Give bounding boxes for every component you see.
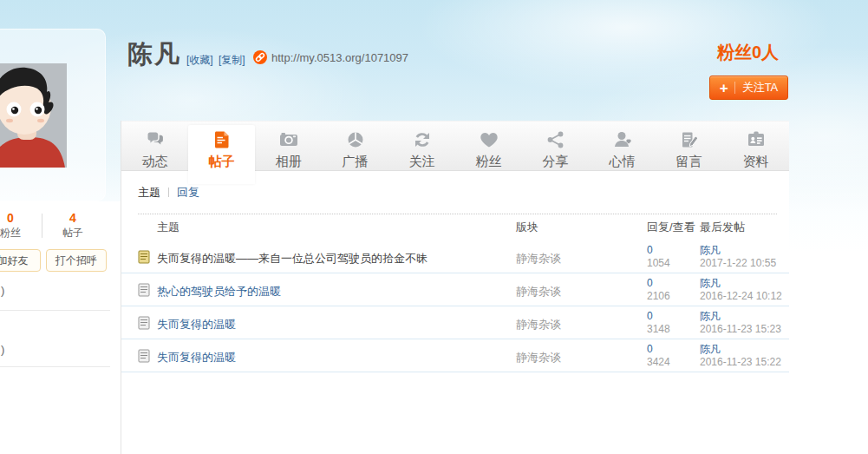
thread-title-link[interactable]: 失而复得的温暖 (157, 317, 236, 332)
fans-stat-label: 粉丝 (0, 226, 42, 240)
table-row: 失而复得的温暖——来自一位总公司驾驶员的拾金不昧 静海杂谈 0 1054 陈凡 … (121, 240, 789, 273)
profile-name: 陈凡 (127, 37, 181, 72)
thread-title-link[interactable]: 失而复得的温暖——来自一位总公司驾驶员的拾金不昧 (157, 251, 427, 266)
view-count: 2106 (647, 290, 670, 303)
table-header: 主题 版块 回复/查看 最后发帖 (121, 214, 789, 240)
forum-link[interactable]: 静海杂谈 (516, 350, 561, 365)
last-post-time: 2016-12-24 10:12 (700, 290, 782, 303)
link-chain-icon (253, 50, 267, 64)
favorite-link[interactable]: [收藏] (186, 53, 213, 68)
thread-title-link[interactable]: 热心的驾驶员给予的温暖 (157, 284, 281, 299)
tab-label: 心情 (589, 154, 656, 170)
last-post-cell: 陈凡 2016-11-23 15:23 (700, 310, 781, 336)
table-row: 失而复得的温暖 静海杂谈 0 3148 陈凡 2016-11-23 15:23 (121, 306, 789, 339)
write-message-icon (656, 129, 722, 154)
forum-link[interactable]: 静海杂谈 (516, 284, 561, 299)
reply-view-cell: 0 2106 (647, 277, 670, 303)
say-hi-button[interactable]: 打个招呼 (46, 249, 107, 272)
thread-list: 失而复得的温暖——来自一位总公司驾驶员的拾金不昧 静海杂谈 0 1054 陈凡 … (121, 240, 789, 372)
thread-document-icon (138, 349, 150, 363)
tab-label: 粉丝 (455, 154, 522, 170)
avatar (0, 63, 67, 168)
reply-view-cell: 0 3148 (647, 310, 670, 336)
profile-tabbar: 动态 帖子 相册 广播 (121, 121, 789, 171)
person-icon (589, 129, 656, 154)
thread-title-link[interactable]: 失而复得的温暖 (157, 350, 236, 365)
sidebar-truncated-text: ) (1, 284, 4, 297)
fans-stat[interactable]: 0 粉丝 (0, 211, 42, 240)
subnav-threads[interactable]: 主题 (138, 186, 160, 199)
last-post-time: 2016-11-23 15:22 (700, 356, 781, 369)
last-post-cell: 陈凡 2017-1-22 10:55 (700, 244, 776, 270)
last-poster-link[interactable]: 陈凡 (700, 244, 776, 257)
view-count: 3424 (647, 356, 670, 369)
reply-count: 0 (647, 244, 670, 257)
tab-label: 帖子 (188, 154, 255, 170)
thread-document-icon (138, 250, 150, 264)
heart-icon (455, 129, 522, 154)
last-poster-link[interactable]: 陈凡 (700, 310, 781, 323)
last-post-time: 2017-1-22 10:55 (700, 257, 776, 270)
tab-label: 动态 (121, 154, 188, 170)
view-count: 3148 (647, 323, 670, 336)
button-divider (734, 82, 735, 94)
posts-stat[interactable]: 4 帖子 (42, 211, 104, 240)
tab-dongtai[interactable]: 动态 (121, 122, 188, 172)
posts-stat-label: 帖子 (42, 226, 104, 240)
chat-bubbles-icon (121, 129, 188, 154)
sidebar-stats: 0 粉丝 4 帖子 (0, 211, 104, 240)
last-post-cell: 陈凡 2016-11-23 15:22 (700, 343, 781, 369)
posts-subnav: 主题回复 (138, 185, 199, 201)
sidebar-divider (0, 310, 110, 311)
tab-liuyan[interactable]: 留言 (656, 122, 722, 172)
tab-guanzhu[interactable]: 关注 (388, 122, 455, 172)
sidebar-truncated-text: ) (1, 343, 4, 356)
reply-count: 0 (647, 343, 670, 356)
follow-button[interactable]: + 关注TA (709, 76, 788, 100)
fans-count-label: 粉丝0人 (717, 41, 779, 64)
tab-guangbo[interactable]: 广播 (322, 122, 388, 172)
reply-view-cell: 0 3424 (647, 343, 670, 369)
tab-tiezi[interactable]: 帖子 (188, 125, 255, 184)
tab-label: 留言 (656, 154, 722, 170)
tab-label: 广播 (322, 154, 388, 170)
header-subject: 主题 (157, 214, 179, 240)
tab-label: 关注 (388, 154, 455, 170)
id-card-icon (722, 129, 789, 154)
subnav-divider (168, 188, 169, 197)
copy-link[interactable]: [复制] (219, 53, 245, 68)
view-count: 1054 (647, 257, 670, 270)
thread-document-icon (138, 283, 150, 297)
last-poster-link[interactable]: 陈凡 (700, 277, 782, 290)
posts-stat-value: 4 (42, 211, 104, 225)
fans-stat-value: 0 (0, 211, 42, 225)
refresh-arrows-icon (388, 129, 455, 154)
tab-label: 相册 (255, 154, 322, 170)
header-last-post: 最后发帖 (700, 214, 745, 240)
posts-content: 主题回复 主题 版块 回复/查看 最后发帖 失而复得的温暖——来自一位总公司驾驶… (121, 171, 789, 454)
tab-label: 资料 (722, 154, 789, 170)
last-post-time: 2016-11-23 15:23 (700, 323, 781, 336)
last-poster-link[interactable]: 陈凡 (700, 343, 781, 356)
tab-fenxiang[interactable]: 分享 (522, 122, 589, 172)
tab-ziliao[interactable]: 资料 (722, 122, 789, 172)
tab-fensi[interactable]: 粉丝 (455, 122, 522, 172)
thread-document-icon (138, 316, 150, 330)
reply-count: 0 (647, 277, 670, 290)
reply-count: 0 (647, 310, 670, 323)
forum-link[interactable]: 静海杂谈 (516, 317, 561, 332)
subnav-replies[interactable]: 回复 (177, 186, 199, 199)
forum-link[interactable]: 静海杂谈 (516, 251, 561, 266)
tab-label: 分享 (522, 154, 589, 170)
stats-divider (42, 214, 42, 238)
table-row: 热心的驾驶员给予的温暖 静海杂谈 0 2106 陈凡 2016-12-24 10… (121, 273, 789, 306)
tab-xiangce[interactable]: 相册 (255, 122, 322, 172)
profile-url: http://my.0513.org/1071097 (271, 51, 408, 64)
profile-page: 0 粉丝 4 帖子 加好友 打个招呼 ) ) 陈凡 [收藏] [复制] http… (0, 0, 868, 454)
add-friend-button[interactable]: 加好友 (0, 249, 41, 272)
tab-xinqing[interactable]: 心情 (589, 122, 656, 172)
sidebar-divider (0, 366, 110, 367)
camera-icon (255, 129, 322, 154)
header-forum: 版块 (516, 214, 538, 240)
globe-icon (322, 129, 388, 154)
